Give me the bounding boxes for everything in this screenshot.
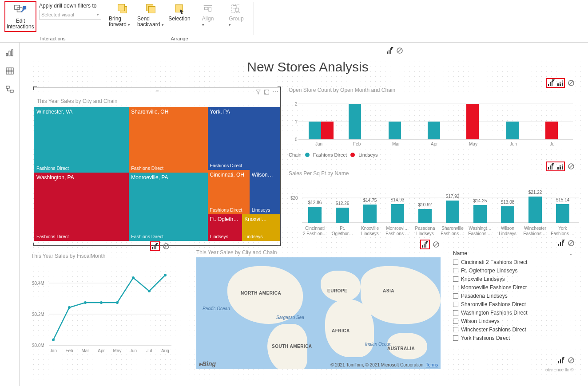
slicer-item[interactable]: York Fashions Direct — [453, 334, 573, 342]
filter-interaction-icon[interactable] — [548, 79, 555, 87]
svg-text:$15.14: $15.14 — [556, 197, 570, 202]
filter-interaction-icon[interactable] — [151, 243, 159, 250]
focus-mode-icon[interactable] — [264, 89, 270, 95]
svg-text:Fashions …: Fashions … — [551, 231, 574, 236]
slicer-item[interactable]: Cincinnati 2 Fashions Direct — [453, 258, 573, 266]
none-interaction-icon[interactable] — [568, 163, 575, 170]
bring-forward-button[interactable]: Bring forward ▾ — [109, 1, 136, 32]
svg-line-149 — [569, 241, 573, 245]
treemap-cell[interactable]: Wilson…Lindseys — [250, 170, 280, 214]
edit-interactions-icon — [13, 3, 28, 17]
svg-point-128 — [116, 301, 119, 304]
treemap-cell[interactable]: York, PAFashions Direct — [208, 107, 280, 170]
treemap-cell[interactable]: Washington, PAFashions Direct — [34, 173, 129, 241]
highlight-interaction-icon[interactable] — [556, 163, 564, 170]
treemap-cell[interactable]: Cincinnati, OHFashions Direct — [208, 170, 250, 214]
treemap-cell[interactable]: Sharonville, OHFashions Direct — [129, 107, 207, 173]
none-interaction-icon[interactable] — [568, 240, 575, 247]
interaction-icons-map[interactable] — [420, 240, 440, 249]
none-interaction-icon[interactable] — [568, 79, 575, 87]
treemap-cell[interactable]: Monroeville, PAFashions Direct — [129, 173, 207, 241]
svg-rect-87 — [501, 206, 514, 223]
svg-rect-15 — [12, 50, 13, 56]
svg-text:Fashions …: Fashions … — [468, 231, 492, 236]
name-slicer[interactable]: Name ⌄ Cincinnati 2 Fashions Direct Ft. … — [453, 249, 573, 365]
svg-text:Mar: Mar — [392, 142, 400, 146]
interaction-icons-slicer[interactable] — [558, 240, 575, 247]
svg-text:Cincinnati: Cincinnati — [305, 226, 325, 231]
filter-icon[interactable] — [255, 89, 261, 95]
map-visual[interactable]: This Year Sales by City and Chain NORTH … — [196, 249, 441, 370]
svg-rect-34 — [560, 84, 561, 86]
filter-interaction-icon[interactable] — [421, 241, 429, 248]
interaction-icons-line[interactable] — [150, 241, 170, 251]
svg-text:Winchester: Winchester — [524, 226, 547, 231]
treemap-cell[interactable]: Knoxvil…Lindseys — [242, 214, 280, 241]
report-canvas[interactable]: New Stores Analysis ≡ ⋯ This Year Sales … — [20, 43, 588, 386]
slicer-item[interactable]: Sharonville Fashions Direct — [453, 300, 573, 308]
none-interaction-icon[interactable] — [163, 243, 170, 250]
selection-pane-button[interactable]: Selection — [166, 1, 193, 32]
chevron-down-icon[interactable]: ⌄ — [568, 250, 573, 256]
report-view-icon[interactable] — [5, 49, 14, 58]
svg-text:Jan: Jan — [315, 142, 322, 146]
treemap-cell[interactable]: Winchester, VAFashions Direct — [34, 107, 129, 173]
svg-rect-152 — [562, 358, 563, 363]
slicer-item[interactable]: Monroeville Fashions Direct — [453, 283, 573, 291]
svg-rect-146 — [560, 242, 561, 246]
svg-point-129 — [132, 276, 135, 279]
bing-map[interactable]: NORTH AMERICA SOUTH AMERICA EUROPE AFRIC… — [196, 257, 441, 369]
none-interaction-icon[interactable] — [396, 47, 403, 54]
treemap-visual[interactable]: ≡ ⋯ This Year Sales by City and Chain Wi… — [34, 87, 281, 246]
svg-text:Lindseys: Lindseys — [499, 231, 516, 236]
map-terms-link[interactable]: Terms — [426, 362, 438, 367]
svg-rect-21 — [6, 86, 9, 88]
svg-rect-29 — [548, 84, 549, 86]
highlight-interaction-icon[interactable] — [556, 79, 564, 87]
slicer-item[interactable]: Washington Fashions Direct — [453, 308, 573, 317]
drag-handle-icon[interactable]: ≡ — [155, 89, 159, 95]
svg-rect-25 — [390, 48, 391, 54]
svg-rect-5 — [148, 6, 155, 13]
slicer-item[interactable]: Pasadena Lindseys — [453, 291, 573, 300]
svg-rect-23 — [387, 51, 388, 54]
model-view-icon[interactable] — [5, 85, 14, 95]
svg-line-144 — [434, 243, 438, 246]
svg-rect-77 — [363, 205, 377, 223]
store-count-legend: Chain Fashions Direct Lindseys — [289, 152, 577, 158]
svg-point-127 — [100, 301, 103, 304]
edit-interactions-button[interactable]: Edit interactions — [4, 1, 36, 32]
slicer-item[interactable]: Winchester Fashions Direct — [453, 325, 573, 334]
filter-interaction-icon[interactable] — [386, 47, 393, 54]
interaction-icons-attribution[interactable] — [558, 357, 575, 364]
slicer-item[interactable]: Wilson Lindseys — [453, 317, 573, 325]
drill-filter-dropdown[interactable]: Selected visual ▾ — [39, 10, 101, 20]
send-backward-button[interactable]: Send backward ▾ — [137, 1, 165, 32]
svg-rect-14 — [9, 51, 10, 56]
svg-text:$17.92: $17.92 — [446, 194, 460, 199]
more-options-icon[interactable]: ⋯ — [272, 88, 278, 95]
sqft-title: Sales Per Sq Ft by Name — [289, 170, 581, 177]
svg-text:Lindseys: Lindseys — [416, 231, 433, 236]
interaction-icons-sqft[interactable] — [546, 161, 575, 171]
none-interaction-icon[interactable] — [568, 357, 575, 364]
filter-interaction-icon[interactable] — [558, 357, 565, 364]
interaction-icons-storecount[interactable] — [546, 78, 575, 88]
filter-interaction-icon[interactable] — [548, 163, 555, 170]
slicer-header[interactable]: Name ⌄ — [453, 249, 573, 258]
treemap-title: This Year Sales by City and Chain — [37, 98, 278, 104]
interaction-icons-title[interactable] — [386, 47, 403, 54]
data-view-icon[interactable] — [5, 67, 14, 76]
filter-interaction-icon[interactable] — [558, 240, 565, 247]
sqft-chart[interactable]: Sales Per Sq Ft by Name $20 $12.86 $12.2… — [289, 170, 581, 246]
line-chart-visual[interactable]: This Year Sales by FiscalMonth $0.4M $0.… — [31, 253, 181, 373]
store-count-chart[interactable]: Open Store Count by Open Month and Chain… — [289, 87, 577, 165]
svg-text:Sharonville: Sharonville — [441, 226, 464, 231]
align-button[interactable]: Align▾ — [194, 1, 222, 32]
treemap-cell[interactable]: Ft. Ogleth…Lindseys — [208, 214, 242, 241]
slicer-item[interactable]: Knoxville Lindseys — [453, 275, 573, 283]
svg-text:Oglethor…: Oglethor… — [332, 231, 353, 236]
slicer-item[interactable]: Ft. Oglethorpe Lindseys — [453, 266, 573, 275]
none-interaction-icon[interactable] — [433, 241, 440, 248]
group-button[interactable]: Group▾ — [222, 1, 250, 32]
